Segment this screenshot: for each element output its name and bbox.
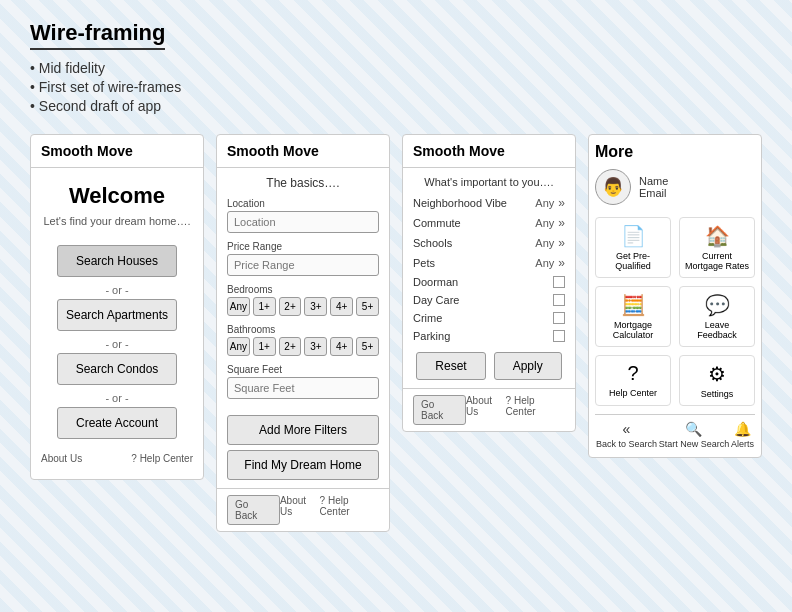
filter-daycare: Day Care — [413, 294, 565, 306]
card2-help-label[interactable]: Help Center — [320, 495, 350, 517]
settings-icon: ⚙ — [708, 362, 726, 386]
card1-help-label[interactable]: Help Center — [140, 453, 193, 464]
settings-label: Settings — [701, 389, 734, 399]
filter-label-daycare: Day Care — [413, 294, 459, 306]
card-welcome: Smooth Move Welcome Let's find your drea… — [30, 134, 204, 480]
mortgage-calculator-button[interactable]: 🧮 Mortgage Calculator — [595, 286, 671, 347]
card3-help: ? Help Center — [506, 395, 565, 425]
card3-help-label[interactable]: Help Center — [506, 395, 536, 417]
page-title: Wire-framing — [30, 20, 165, 50]
card-basics: Smooth Move The basics…. Location Price … — [216, 134, 390, 532]
help-icon: ? — [627, 362, 638, 385]
apply-button[interactable]: Apply — [494, 352, 562, 380]
card1-help-icon: ? — [131, 453, 137, 464]
house-icon: 🏠 — [705, 224, 730, 248]
card-more: More 👨 Name Email 📄 Get Pre-Qualified 🏠 — [588, 134, 762, 458]
sqft-input[interactable] — [227, 377, 379, 399]
checkbox-crime[interactable] — [553, 312, 565, 324]
bed-1[interactable]: 1+ — [253, 297, 276, 316]
card1-about[interactable]: About Us — [41, 453, 82, 464]
basics-subtitle: The basics…. — [227, 176, 379, 190]
bathrooms-label: Bathrooms — [227, 324, 379, 335]
card1-footer-links: About Us ? Help Center — [41, 453, 193, 464]
bath-3[interactable]: 3+ — [304, 337, 327, 356]
card1-brand: Smooth Move — [41, 143, 133, 159]
reset-button[interactable]: Reset — [416, 352, 485, 380]
or-divider-2: - or - — [105, 338, 128, 350]
checkbox-daycare[interactable] — [553, 294, 565, 306]
card1-body: Welcome Let's find your dream home…. Sea… — [31, 168, 203, 479]
start-search-label: Start New Search — [659, 439, 730, 449]
card2-body: The basics…. Location Price Range Bedroo… — [217, 168, 389, 488]
card3-about[interactable]: About Us — [466, 395, 506, 425]
filter-crime: Crime — [413, 312, 565, 324]
card2-about[interactable]: About Us — [280, 495, 320, 525]
any-label-schools: Any — [535, 237, 554, 249]
filter-label-commute: Commute — [413, 217, 461, 229]
add-more-filters-button[interactable]: Add More Filters — [227, 415, 379, 445]
filter-label-schools: Schools — [413, 237, 452, 249]
help-center-label: Help Center — [609, 388, 657, 398]
filter-pets: Pets Any » — [413, 256, 565, 270]
location-input[interactable] — [227, 211, 379, 233]
bedrooms-group: Any 1+ 2+ 3+ 4+ 5+ — [227, 297, 379, 316]
start-new-search-nav[interactable]: 🔍 Start New Search — [659, 421, 730, 449]
user-row: 👨 Name Email — [595, 169, 755, 205]
bath-2[interactable]: 2+ — [279, 337, 302, 356]
chevron-pets[interactable]: » — [558, 256, 565, 270]
user-name: Name — [639, 175, 668, 187]
mortgage-calc-label: Mortgage Calculator — [600, 320, 666, 340]
filter-doorman: Doorman — [413, 276, 565, 288]
chevron-commute[interactable]: » — [558, 216, 565, 230]
search-condos-button[interactable]: Search Condos — [57, 353, 177, 385]
bath-4[interactable]: 4+ — [330, 337, 353, 356]
bed-3[interactable]: 3+ — [304, 297, 327, 316]
important-subtitle: What's important to you…. — [413, 176, 565, 188]
pre-qualified-label: Get Pre-Qualified — [600, 251, 666, 271]
go-back-button-3[interactable]: Go Back — [413, 395, 466, 425]
or-divider-1: - or - — [105, 284, 128, 296]
create-account-button[interactable]: Create Account — [57, 407, 177, 439]
filter-right-commute: Any » — [535, 216, 565, 230]
filter-right-neighborhood: Any » — [535, 196, 565, 210]
search-apartments-button[interactable]: Search Apartments — [57, 299, 177, 331]
avatar: 👨 — [595, 169, 631, 205]
bed-5[interactable]: 5+ — [356, 297, 379, 316]
back-to-search-label: Back to Search — [596, 439, 657, 449]
filter-right-pets: Any » — [535, 256, 565, 270]
alerts-nav[interactable]: 🔔 Alerts — [731, 421, 754, 449]
filter-label-parking: Parking — [413, 330, 450, 342]
bath-5[interactable]: 5+ — [356, 337, 379, 356]
pre-qualified-button[interactable]: 📄 Get Pre-Qualified — [595, 217, 671, 278]
back-to-search-nav[interactable]: « Back to Search — [596, 421, 657, 449]
chevron-schools[interactable]: » — [558, 236, 565, 250]
card1-help: ? Help Center — [131, 453, 193, 464]
card2-header: Smooth Move — [217, 135, 389, 168]
bullet-3: Second draft of app — [30, 98, 762, 114]
settings-button[interactable]: ⚙ Settings — [679, 355, 755, 406]
more-grid: 📄 Get Pre-Qualified 🏠 Current Mortgage R… — [595, 217, 755, 406]
mortgage-rates-button[interactable]: 🏠 Current Mortgage Rates — [679, 217, 755, 278]
location-label: Location — [227, 198, 379, 209]
checkbox-doorman[interactable] — [553, 276, 565, 288]
bed-4[interactable]: 4+ — [330, 297, 353, 316]
filter-label-doorman: Doorman — [413, 276, 458, 288]
bed-2[interactable]: 2+ — [279, 297, 302, 316]
bath-any[interactable]: Any — [227, 337, 250, 356]
chevron-neighborhood[interactable]: » — [558, 196, 565, 210]
bathrooms-group: Any 1+ 2+ 3+ 4+ 5+ — [227, 337, 379, 356]
go-back-button[interactable]: Go Back — [227, 495, 280, 525]
help-center-button[interactable]: ? Help Center — [595, 355, 671, 406]
bed-any[interactable]: Any — [227, 297, 250, 316]
document-icon: 📄 — [621, 224, 646, 248]
leave-feedback-button[interactable]: 💬 Leave Feedback — [679, 286, 755, 347]
price-input[interactable] — [227, 254, 379, 276]
checkbox-parking[interactable] — [553, 330, 565, 342]
search-houses-button[interactable]: Search Houses — [57, 245, 177, 277]
card3-header: Smooth Move — [403, 135, 575, 168]
card2-footer: Go Back About Us ? Help Center — [217, 488, 389, 531]
bath-1[interactable]: 1+ — [253, 337, 276, 356]
card2-brand: Smooth Move — [227, 143, 319, 159]
find-dream-home-button[interactable]: Find My Dream Home — [227, 450, 379, 480]
important-actions: Reset Apply — [413, 352, 565, 380]
